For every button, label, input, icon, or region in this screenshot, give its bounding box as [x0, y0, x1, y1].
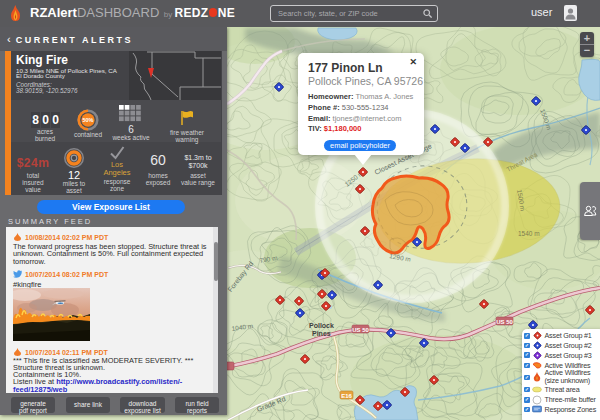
- svg-text:1540 m: 1540 m: [518, 230, 540, 237]
- svg-text:E16: E16: [341, 393, 352, 399]
- svg-text:Pollock: Pollock: [309, 322, 334, 329]
- svg-text:50%: 50%: [82, 117, 93, 123]
- svg-text:US 50: US 50: [352, 327, 369, 333]
- svg-text:Pines: Pines: [312, 330, 331, 337]
- svg-text:US 50: US 50: [496, 319, 513, 325]
